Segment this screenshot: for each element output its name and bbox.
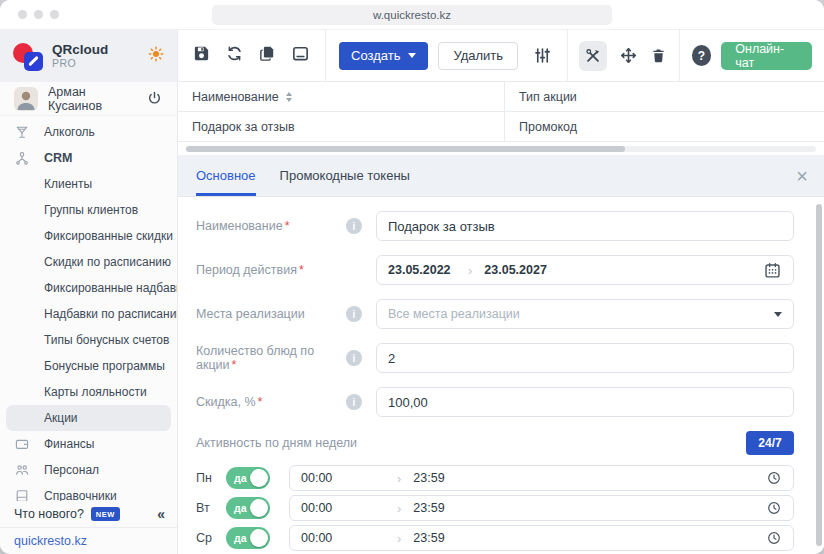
avatar	[14, 87, 38, 111]
tab-promo-tokens[interactable]: Промокодные токены	[280, 155, 410, 196]
refresh-icon[interactable]	[225, 44, 244, 67]
calendar-icon[interactable]	[763, 261, 782, 280]
logout-power-icon[interactable]	[146, 90, 163, 107]
table-row[interactable]: Подарок за отзыв Промокод	[178, 112, 824, 142]
qrcloud-logo-icon	[13, 41, 44, 72]
address-bar[interactable]: w.quickresto.kz	[212, 5, 612, 25]
name-input[interactable]	[376, 211, 794, 241]
day-toggle[interactable]: да	[226, 497, 270, 519]
field-dishes-row: Количество блюд по акции* i	[196, 343, 794, 373]
sidebar-menu: Алкоголь CRM Клиенты Группы клиентов Фик…	[0, 116, 177, 501]
user-name: Арман Кусаинов	[48, 85, 136, 113]
sidebar-item-client-groups[interactable]: Группы клиентов	[6, 197, 171, 223]
brand-name: QRcloud	[52, 43, 108, 57]
info-icon[interactable]: i	[346, 394, 362, 410]
online-chat-button[interactable]: Онлайн-чат	[721, 42, 812, 70]
sidebar-item-fixed-surcharges[interactable]: Фиксированные надбавки	[6, 275, 171, 301]
window-dot-icon[interactable]	[18, 10, 27, 19]
site-link[interactable]: quickresto.kz	[14, 534, 87, 548]
window-controls[interactable]	[18, 10, 59, 19]
places-select[interactable]: Все места реализации	[376, 299, 794, 329]
sidebar-item-staff[interactable]: Персонал	[6, 457, 171, 483]
theme-sun-icon[interactable]	[147, 45, 165, 67]
cocktail-icon	[14, 124, 44, 140]
trash-icon[interactable]	[650, 47, 667, 64]
brand-header: QRcloud PRO	[0, 30, 177, 82]
horizontal-scrollbar	[178, 142, 824, 155]
vertical-scrollbar-thumb[interactable]	[816, 204, 822, 546]
field-period-label: Период действия	[196, 263, 297, 277]
sidebar-item-finance[interactable]: Финансы	[6, 431, 171, 457]
cell-promotion-type: Промокод	[519, 120, 577, 134]
field-name-row: Наименование* i	[196, 211, 794, 241]
filter-sliders-icon[interactable]	[518, 46, 567, 65]
sidebar-item-bonus-account-types[interactable]: Типы бонусных счетов	[6, 327, 171, 353]
tab-main[interactable]: Основное	[196, 155, 256, 196]
brand-tier: PRO	[52, 58, 108, 69]
discount-input[interactable]	[376, 387, 794, 417]
sidebar-item-clients[interactable]: Клиенты	[6, 171, 171, 197]
sidebar-item-alcohol[interactable]: Алкоголь	[6, 119, 171, 145]
clock-icon[interactable]	[766, 530, 782, 546]
required-mark: *	[258, 395, 263, 409]
time-to-value[interactable]: 23:59	[413, 471, 444, 485]
delete-button[interactable]: Удалить	[438, 42, 518, 70]
new-badge: NEW	[91, 507, 120, 521]
time-to-value[interactable]: 23:59	[413, 531, 444, 545]
whats-new-label: Что нового?	[14, 507, 84, 521]
chevron-down-icon	[408, 53, 416, 58]
clock-icon[interactable]	[766, 470, 782, 486]
toggle-knob	[250, 499, 268, 517]
sidebar-item-reference-books[interactable]: Справочники	[6, 483, 171, 501]
sidebar-item-scheduled-discounts[interactable]: Скидки по расписанию	[6, 249, 171, 275]
time-to-value[interactable]: 23:59	[413, 501, 444, 515]
day-label: Пн	[196, 471, 226, 485]
user-row[interactable]: Арман Кусаинов	[0, 82, 177, 116]
horizontal-scrollbar-thumb[interactable]	[186, 146, 625, 152]
sidebar: QRcloud PRO Арман Кусаинов	[0, 30, 178, 554]
period-to-value[interactable]: 23.05.2027	[484, 263, 547, 277]
collapse-sidebar-icon[interactable]: «	[157, 506, 165, 522]
column-header-name[interactable]: Наименование	[178, 82, 505, 111]
time-range-input[interactable]: 00:00 › 23:59	[289, 465, 794, 491]
day-row-wednesday: Ср да 00:00 › 23:59	[196, 525, 794, 551]
column-header-type[interactable]: Тип акции	[505, 82, 824, 111]
clock-icon[interactable]	[766, 500, 782, 516]
field-discount-row: Скидка, %* i	[196, 387, 794, 417]
window-dot-icon[interactable]	[50, 10, 59, 19]
sidebar-item-scheduled-surcharges[interactable]: Надбавки по расписанию	[6, 301, 171, 327]
help-icon[interactable]: ?	[692, 45, 711, 66]
time-range-input[interactable]: 00:00 › 23:59	[289, 495, 794, 521]
create-button[interactable]: Создать	[339, 42, 428, 70]
display-icon[interactable]	[291, 44, 310, 67]
all-day-button[interactable]: 24/7	[746, 431, 794, 455]
sort-icon[interactable]	[286, 92, 292, 102]
copy-icon[interactable]	[258, 44, 277, 67]
window-dot-icon[interactable]	[34, 10, 43, 19]
tools-icon[interactable]	[579, 41, 607, 71]
sidebar-item-crm[interactable]: CRM	[6, 145, 171, 171]
move-icon[interactable]	[619, 46, 638, 65]
chevron-right-icon: ›	[397, 531, 401, 546]
time-from-value[interactable]: 00:00	[301, 471, 397, 485]
close-icon[interactable]: ×	[796, 166, 808, 186]
day-toggle[interactable]: да	[226, 467, 270, 489]
dishes-count-input[interactable]	[376, 343, 794, 373]
whats-new-row[interactable]: Что нового? NEW «	[0, 501, 177, 527]
sidebar-item-loyalty-cards[interactable]: Карты лояльности	[6, 379, 171, 405]
sidebar-item-promotions[interactable]: Акции	[6, 405, 171, 431]
time-range-input[interactable]: 00:00 › 23:59	[289, 525, 794, 551]
info-icon[interactable]: i	[346, 218, 362, 234]
period-range-input[interactable]: 23.05.2022 › 23.05.2027	[376, 255, 794, 285]
info-icon[interactable]: i	[346, 350, 362, 366]
sidebar-item-bonus-programs[interactable]: Бонусные программы	[6, 353, 171, 379]
info-icon[interactable]: i	[346, 306, 362, 322]
time-from-value[interactable]: 00:00	[301, 531, 397, 545]
required-mark: *	[285, 219, 290, 233]
sidebar-item-fixed-discounts[interactable]: Фиксированные скидки	[6, 223, 171, 249]
period-from-value[interactable]: 23.05.2022	[388, 263, 468, 277]
save-icon[interactable]	[192, 44, 211, 67]
day-toggle[interactable]: да	[226, 527, 270, 549]
time-from-value[interactable]: 00:00	[301, 501, 397, 515]
field-discount-label: Скидка, %	[196, 395, 256, 409]
